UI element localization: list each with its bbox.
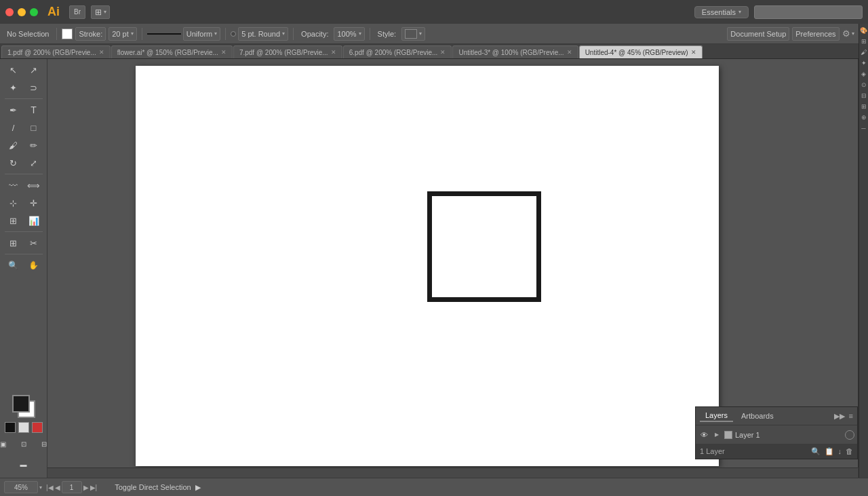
tab-close-4[interactable]: ✕	[440, 49, 446, 56]
paint-brush-tool[interactable]: 🖌	[4, 137, 23, 153]
tab-6pdf[interactable]: 6.pdf @ 200% (RGB/Previe... ✕	[343, 45, 452, 58]
layer-row-1[interactable]: 👁 ▶ Layer 1	[696, 425, 857, 444]
lasso-tool[interactable]: ⊃	[24, 79, 43, 96]
tool-row-3: ✒ T	[4, 102, 43, 118]
first-page-btn[interactable]: |◀	[46, 484, 54, 491]
puppet-warp-tool[interactable]: ✛	[24, 195, 43, 211]
move-layer-icon[interactable]: ↓	[838, 447, 842, 456]
prev-page-btn[interactable]: ◀	[55, 484, 60, 491]
search-layers-icon[interactable]: 🔍	[811, 447, 821, 456]
artboards-tab[interactable]: Artboards	[736, 411, 779, 421]
magic-wand-tool[interactable]: ✦	[4, 79, 23, 96]
black-swatch[interactable]	[5, 422, 16, 433]
new-layer-icon[interactable]: 📋	[825, 447, 834, 456]
fill-color-square[interactable]	[12, 395, 30, 413]
tool-sep-2	[5, 174, 43, 174]
graphic-styles-icon[interactable]: ◈	[860, 70, 868, 78]
direct-selection-tool[interactable]: ↗	[24, 62, 43, 78]
document-setup-button[interactable]: Document Setup	[727, 27, 789, 41]
settings-arrow[interactable]: ▾	[852, 31, 854, 37]
workspace-selector[interactable]: Essentials ▾	[694, 6, 749, 18]
last-page-btn[interactable]: ▶|	[90, 484, 98, 491]
scale-tool[interactable]: ⤢	[24, 155, 43, 171]
status-arrow-icon[interactable]: ▶	[195, 483, 201, 492]
opacity-select[interactable]: 100% ▾	[334, 27, 364, 41]
layers-panel-header: Layers Artboards ▶▶ ≡	[696, 407, 857, 425]
tab-close-5[interactable]: ✕	[567, 49, 572, 56]
style-arrow: ▾	[419, 31, 422, 37]
tab-close-1[interactable]: ✕	[99, 49, 104, 56]
width-tool[interactable]: ⟺	[24, 177, 43, 193]
right-edge-panel: 🎨 ⊞ 🖌 ✦ ◈ ⊙ ⊟ ⊞ ⊕ ─	[859, 24, 868, 478]
tab-untitled3[interactable]: Untitled-3* @ 100% (RGB/Previe... ✕	[452, 45, 578, 58]
preferences-button[interactable]: Preferences	[792, 27, 839, 41]
fill-stroke-squares[interactable]	[11, 394, 37, 419]
layer-target-circle[interactable]	[845, 430, 854, 440]
tab-1pdf[interactable]: 1.pdf @ 200% (RGB/Previe... ✕	[1, 45, 111, 58]
page-number-input[interactable]	[62, 481, 82, 493]
white-swatch[interactable]	[18, 422, 29, 433]
style-select[interactable]: ▾	[401, 27, 425, 41]
zoom-input[interactable]	[4, 481, 38, 493]
fill-swatch[interactable]	[62, 28, 73, 39]
hand-tool[interactable]: ✋	[24, 257, 43, 273]
warp-tool[interactable]: 〰	[4, 177, 23, 193]
transform-icon[interactable]: ⊞	[860, 102, 868, 111]
tab-untitled4[interactable]: Untitled-4* @ 45% (RGB/Preview) ✕	[579, 45, 703, 58]
maximize-button[interactable]	[30, 8, 38, 16]
layers-menu-icon[interactable]: ≡	[849, 412, 853, 421]
selection-tool[interactable]: ↖	[4, 62, 23, 78]
color-panel-icon[interactable]: 🎨	[860, 26, 868, 35]
tab-flowerai[interactable]: flower.ai* @ 150% (RGB/Previe... ✕	[111, 45, 233, 58]
rectangle-shape[interactable]	[427, 191, 541, 302]
search-input[interactable]	[754, 5, 863, 19]
next-page-btn[interactable]: ▶	[83, 484, 89, 491]
minimize-button[interactable]	[18, 8, 26, 16]
line-tool[interactable]: /	[4, 119, 23, 136]
align-distribute[interactable]: ⊞	[4, 235, 23, 251]
rect-tool[interactable]: □	[24, 119, 43, 136]
stroke-weight-select[interactable]: 20 pt ▾	[108, 27, 136, 41]
tool-row-2: ✦ ⊃	[4, 79, 43, 96]
normal-mode-btn[interactable]: ▣	[0, 436, 13, 452]
brushes-icon[interactable]: 🖌	[860, 48, 868, 56]
align-icon[interactable]: ⊟	[860, 92, 868, 100]
none-swatch[interactable]	[32, 422, 43, 433]
stroke-type-select[interactable]: Uniform ▾	[183, 27, 221, 41]
layers-expand-icon[interactable]: ▶▶	[834, 412, 845, 421]
sep1	[56, 28, 57, 40]
zoom-arrow[interactable]: ▾	[39, 484, 42, 491]
appearance-icon[interactable]: ⊙	[860, 81, 868, 89]
tab-close-3[interactable]: ✕	[331, 49, 336, 56]
zoom-tool[interactable]: 🔍	[4, 257, 23, 273]
layers-tab[interactable]: Layers	[700, 410, 733, 422]
stroke-panel-icon[interactable]: ─	[860, 124, 868, 132]
inside-mode-btn[interactable]: ⊡	[14, 436, 33, 452]
arrange-menu[interactable]: ⊞▾	[91, 5, 110, 19]
swatches-icon[interactable]: ⊞	[860, 37, 868, 45]
bridge-button[interactable]: Br	[69, 5, 85, 19]
cap-style-select[interactable]: 5 pt. Round ▾	[238, 27, 288, 41]
horizontal-scrollbar[interactable]	[47, 468, 858, 478]
pencil-tool[interactable]: ✏	[24, 137, 43, 153]
rotate-tool[interactable]: ↻	[4, 155, 23, 171]
zoom-control: ▾	[4, 481, 42, 493]
tab-close-2[interactable]: ✕	[221, 49, 226, 56]
delete-layer-icon[interactable]: 🗑	[846, 447, 853, 456]
tab-close-6[interactable]: ✕	[691, 49, 696, 56]
settings-icon[interactable]: ⚙	[842, 28, 850, 39]
pathfinder-icon[interactable]: ⊕	[860, 113, 868, 121]
text-tool[interactable]: T	[24, 102, 43, 118]
screen-mode-btn[interactable]: ▬	[5, 456, 43, 472]
chart-tool[interactable]: 📊	[24, 212, 43, 229]
layer-lock-icon[interactable]: ▶	[712, 430, 722, 440]
slice-tool[interactable]: ✂	[24, 235, 43, 251]
layer-visibility-toggle[interactable]: 👁	[698, 430, 709, 440]
free-transform-tool[interactable]: ⊹	[4, 195, 23, 211]
close-button[interactable]	[5, 8, 14, 16]
graph-tool[interactable]: ⊞	[4, 212, 23, 229]
tab-7pdf[interactable]: 7.pdf @ 200% (RGB/Previe... ✕	[233, 45, 342, 58]
color-controls: ▣ ⊡ ⊟ ▬	[0, 394, 54, 475]
pen-tool[interactable]: ✒	[4, 102, 23, 118]
symbols-icon[interactable]: ✦	[860, 59, 868, 67]
